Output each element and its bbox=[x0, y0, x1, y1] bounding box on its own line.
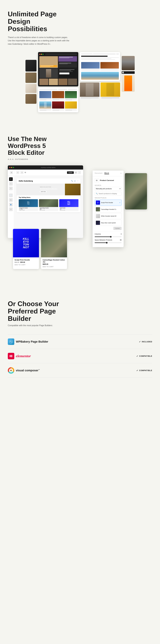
traffic-light-yellow bbox=[41, 54, 42, 55]
close-dot bbox=[9, 167, 10, 168]
editor-topbar: myshop.com/wp-admin bbox=[8, 166, 83, 170]
product-search[interactable]: 🔍 bbox=[95, 192, 122, 196]
tab-block[interactable]: Block bbox=[104, 172, 109, 174]
text-block-2 bbox=[58, 68, 77, 78]
search-input[interactable] bbox=[99, 193, 120, 194]
space-slider-track[interactable] bbox=[95, 242, 122, 243]
script-hoodie-big-name: Script Print Hoodie bbox=[15, 259, 37, 261]
tab-document[interactable]: Document bbox=[95, 172, 102, 174]
panel-block-type-icon bbox=[95, 178, 99, 182]
sidebar-settings-icon[interactable]: ⚙ bbox=[9, 208, 13, 211]
block-panel[interactable]: Document Block × Product Carousel bbox=[93, 170, 124, 247]
product-grid-dark bbox=[39, 78, 77, 85]
canvas-product-1-price: $66 $55 bbox=[20, 209, 37, 210]
sidebar-info-icon[interactable]: ℹ bbox=[9, 187, 13, 190]
settings-button[interactable]: ⚙ bbox=[74, 171, 77, 174]
elementor-icon-svg bbox=[9, 354, 13, 358]
elementor-check-icon: ✓ bbox=[136, 355, 138, 357]
script-hoodie-big-price: $66.00 $55.00 bbox=[15, 262, 37, 263]
canvas-product-2-info: Camouflage Hooded $805 ADD TO CART bbox=[39, 207, 58, 211]
script-hoodie-name: Script Print Hoodie bbox=[101, 202, 120, 203]
section2-subtitle: A.K.A. GUTENBERG bbox=[8, 158, 152, 160]
vc-inner-circle bbox=[9, 368, 13, 372]
gallery-center-right bbox=[80, 52, 120, 100]
canvas-add-cart-2[interactable]: ADD TO CART bbox=[40, 210, 57, 210]
sidebar-user-icon[interactable]: 👤 bbox=[9, 203, 13, 206]
canvas-product-1-info: Script Print Hoodie $66 $55 ADD TO CART bbox=[19, 207, 38, 211]
selected-products-label: Selected Products: bbox=[95, 197, 122, 198]
camo-price: $805 bbox=[40, 209, 41, 210]
undo-button[interactable]: ↩ bbox=[16, 171, 19, 174]
source-label: Source: bbox=[95, 184, 122, 186]
canvas-product-1: KILLEYSTON Script Print Hoodie $66 $55 bbox=[19, 199, 38, 211]
builder-wpbakery: WPBakery Page Builder ✓ INCLUDED bbox=[8, 334, 152, 349]
camo-hoodie-big-name: Camouflage Hooded Cotton Jac bbox=[43, 259, 65, 263]
product-item-script[interactable]: KIEY Script Print Hoodie × bbox=[95, 200, 122, 206]
camo-add-cart[interactable]: ADD TO CART bbox=[43, 266, 65, 268]
redo-button[interactable]: ↪ bbox=[20, 171, 24, 174]
hero-model-img bbox=[39, 56, 58, 68]
canvas-product-2-name: Camouflage Hooded bbox=[40, 208, 57, 208]
editor-canvas: Hello Gutenberg 🔍 🛒 ♡ NEW COLLECTIO bbox=[14, 176, 83, 238]
canvas-cta-btn[interactable]: SHOP NOW bbox=[40, 191, 46, 192]
thumb-item-2 bbox=[26, 94, 37, 104]
hero-text-col bbox=[58, 56, 77, 68]
section3-title: Or Choose Your Preferred Page Builder bbox=[8, 300, 73, 322]
builder-visualcomposer: visual composer™ ✓ COMPATIBLE bbox=[8, 363, 152, 378]
sidebar-shop-icon[interactable]: 🛍 bbox=[9, 198, 13, 202]
script-add-cart[interactable]: ADD TO CART bbox=[15, 264, 37, 266]
remove-script-button[interactable]: × bbox=[119, 202, 120, 204]
old-price: $66 bbox=[20, 209, 21, 210]
right-thumb-label: 04 bbox=[122, 71, 135, 74]
address-bar bbox=[45, 53, 77, 55]
panel-block-type-title: Product Carousel bbox=[100, 180, 114, 181]
canvas-content: Hello Gutenberg 🔍 🛒 ♡ NEW COLLECTIO bbox=[17, 178, 81, 212]
product-item-white[interactable]: White Hooded Jacket W bbox=[95, 213, 122, 219]
section-editor: Use The New WordPress 5 Block Editor A.K… bbox=[0, 125, 160, 266]
editor-showcase: myshop.com/wp-admin ☰ ↩ ↪ W Update ⚙ ⋮ ☰ bbox=[8, 166, 152, 259]
update-panel-button[interactable]: Update bbox=[113, 227, 122, 230]
panel-close-button[interactable]: × bbox=[120, 172, 122, 174]
product-card-script: KILLEYSTONNOT Script Print Hoodie $66.00… bbox=[13, 229, 39, 269]
product-item-camo[interactable]: Camouflage Hooded Cc bbox=[95, 206, 122, 212]
sidebar-block-icon[interactable]: + bbox=[9, 182, 13, 186]
script-hoodie-thumb: KIEY bbox=[96, 200, 100, 205]
canvas-product-2-price: $805 bbox=[40, 209, 57, 210]
toolbar-divider bbox=[15, 171, 15, 174]
max-dot bbox=[13, 167, 14, 168]
columns-slider-track[interactable] bbox=[95, 236, 122, 237]
editor-toolbar[interactable]: ☰ ↩ ↪ W Update ⚙ ⋮ bbox=[8, 170, 83, 176]
gallery-left-strip bbox=[26, 60, 37, 104]
camo-hoodie-thumb bbox=[96, 207, 100, 212]
menu-button[interactable]: ☰ bbox=[10, 171, 13, 174]
canvas-product-1-img: KILLEYSTON bbox=[19, 199, 38, 207]
panel-block-type: Product Carousel bbox=[95, 178, 122, 182]
svg-rect-0 bbox=[96, 180, 96, 181]
gutenberg-editor-mock[interactable]: myshop.com/wp-admin ☰ ↩ ↪ W Update ⚙ ⋮ ☰ bbox=[8, 166, 83, 238]
canvas-product-3-name: Print Hoodie bbox=[60, 208, 78, 208]
right-thumb-1 bbox=[122, 56, 135, 70]
print-price: $75 bbox=[60, 209, 61, 210]
script-hoodie-info: Script Print Hoodie $66.00 $55.00 ADD TO… bbox=[13, 257, 39, 267]
thumb-shoes-1 bbox=[26, 60, 37, 72]
columns-value: 3 bbox=[121, 233, 122, 235]
columns-slider-thumb[interactable] bbox=[110, 236, 112, 238]
sidebar-nav-icon[interactable]: ☰ bbox=[9, 177, 13, 181]
product-item-navy[interactable]: Navy blue coach jacket bbox=[95, 220, 122, 226]
svg-rect-2 bbox=[97, 180, 98, 181]
svg-rect-5 bbox=[11, 355, 12, 356]
source-select[interactable]: Manually pick products ▾ bbox=[95, 187, 122, 190]
wpbakery-check-icon: ✓ bbox=[139, 340, 141, 343]
more-button[interactable]: ⋮ bbox=[78, 171, 81, 174]
space-slider-thumb[interactable] bbox=[106, 242, 108, 244]
canvas-product-2: Camouflage Hooded $805 ADD TO CART bbox=[39, 199, 58, 211]
canvas-hoodie-text: KILLEYSTON bbox=[27, 201, 30, 205]
product-card-camo: Camouflage Hooded Cotton Jac $805.00 ADD… bbox=[41, 229, 67, 269]
section2-title: Use The New WordPress 5 Block Editor bbox=[8, 136, 57, 156]
sidebar-pages-icon[interactable]: 📄 bbox=[9, 194, 13, 197]
canvas-hero-image bbox=[65, 184, 81, 195]
update-button[interactable]: Update bbox=[67, 171, 74, 174]
canvas-add-cart-3[interactable]: ADD TO CART bbox=[60, 210, 78, 210]
new-price: $55 bbox=[21, 209, 23, 210]
canvas-add-cart-1[interactable]: ADD TO CART bbox=[20, 210, 37, 210]
